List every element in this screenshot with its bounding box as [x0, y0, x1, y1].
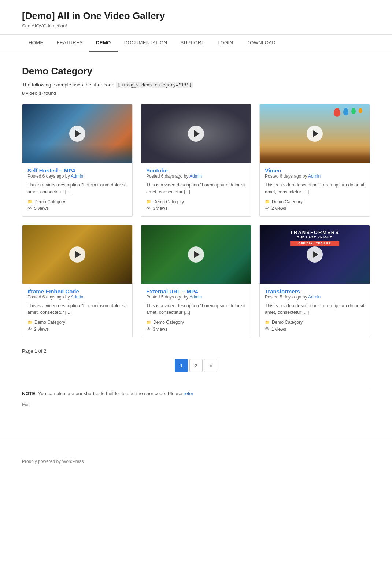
- site-nav: HOMEFEATURESDEMODOCUMENTATIONSUPPORTLOGI…: [0, 35, 392, 52]
- video-thumbnail-2[interactable]: [141, 104, 251, 163]
- nav-item-home[interactable]: HOME: [22, 35, 50, 51]
- video-desc-6: This is a video description."Lorem ipsum…: [265, 303, 365, 316]
- edit-link[interactable]: Edit: [22, 402, 370, 407]
- category-link-2[interactable]: Demo Category: [153, 199, 184, 204]
- video-views-4: 👁2 views: [27, 326, 127, 332]
- video-thumbnail-4[interactable]: [22, 225, 132, 284]
- main-content: Demo Category The following example uses…: [0, 52, 392, 429]
- video-author-6[interactable]: Admin: [308, 294, 321, 300]
- page-title: Demo Category: [22, 66, 370, 77]
- video-meta-3: Posted 6 days ago by Admin: [265, 174, 365, 179]
- play-button-4[interactable]: [69, 246, 85, 263]
- folder-icon: 📁: [265, 199, 270, 204]
- video-info-4: Iframe Embed CodePosted 6 days ago by Ad…: [22, 284, 132, 337]
- play-button-2[interactable]: [188, 126, 204, 142]
- video-info-1: Self Hosted – MP4Posted 6 days ago by Ad…: [22, 163, 132, 216]
- views-count-4: 2 views: [34, 327, 49, 332]
- video-meta-2: Posted 6 days ago by Admin: [146, 174, 246, 179]
- video-card-4: Iframe Embed CodePosted 6 days ago by Ad…: [22, 225, 133, 338]
- views-count-1: 5 views: [34, 206, 49, 211]
- video-views-6: 👁1 views: [265, 326, 365, 332]
- eye-icon: 👁: [146, 206, 151, 211]
- folder-icon: 📁: [146, 320, 151, 325]
- video-category-4: 📁Demo Category: [27, 320, 127, 325]
- nav-item-login[interactable]: LOGIN: [211, 35, 240, 51]
- shortcode-code: [aiovg_videos category="13"]: [116, 82, 193, 88]
- views-count-2: 3 views: [153, 206, 167, 211]
- video-views-2: 👁3 views: [146, 206, 246, 211]
- folder-icon: 📁: [27, 199, 33, 204]
- category-link-3[interactable]: Demo Category: [272, 199, 303, 204]
- site-tagline: See AIOVG in action!: [22, 23, 370, 29]
- category-link-1[interactable]: Demo Category: [34, 199, 65, 204]
- shortcode-desc-prefix: The following example uses the shortcode: [22, 82, 116, 88]
- pagination-page-1: 1: [175, 359, 188, 372]
- nav-item-documentation[interactable]: DOCUMENTATION: [118, 35, 174, 51]
- site-header: [Demo] All in One Video Gallery See AIOV…: [0, 0, 392, 35]
- video-desc-2: This is a video description."Lorem ipsum…: [146, 182, 246, 196]
- video-info-6: TransformersPosted 5 days ago by AdminTh…: [260, 284, 370, 337]
- note-text: You can also use our shortcode builder t…: [38, 391, 184, 396]
- video-card-6: TRANSFORMERSTHE LAST KNIGHTOFFICIAL TRAI…: [259, 225, 370, 338]
- video-meta-4: Posted 6 days ago by Admin: [27, 294, 127, 300]
- video-author-1[interactable]: Admin: [71, 174, 83, 179]
- nav-item-demo[interactable]: DEMO: [89, 35, 118, 52]
- play-button-1[interactable]: [69, 126, 85, 142]
- video-card-2: YoutubePosted 6 days ago by AdminThis is…: [141, 104, 251, 217]
- video-author-5[interactable]: Admin: [189, 294, 202, 300]
- video-views-5: 👁3 views: [146, 326, 246, 332]
- play-button-5[interactable]: [188, 246, 204, 263]
- video-card-5: External URL – MP4Posted 5 days ago by A…: [141, 225, 251, 338]
- video-grid: Self Hosted – MP4Posted 6 days ago by Ad…: [22, 104, 370, 337]
- video-thumbnail-5[interactable]: [141, 225, 251, 284]
- views-count-6: 1 views: [271, 327, 286, 332]
- category-link-6[interactable]: Demo Category: [272, 320, 303, 325]
- play-button-3[interactable]: [307, 126, 323, 142]
- video-title-2[interactable]: Youtube: [146, 167, 168, 174]
- nav-item-support[interactable]: SUPPORT: [174, 35, 211, 51]
- eye-icon: 👁: [265, 326, 270, 332]
- video-thumbnail-1[interactable]: [22, 104, 132, 163]
- video-title-4[interactable]: Iframe Embed Code: [27, 288, 79, 294]
- video-title-5[interactable]: External URL – MP4: [146, 288, 198, 294]
- video-views-1: 👁5 views: [27, 206, 127, 211]
- play-button-6[interactable]: [307, 246, 323, 263]
- video-category-1: 📁Demo Category: [27, 199, 127, 204]
- wordpress-credit-link[interactable]: Proudly powered by WordPress: [22, 459, 84, 464]
- video-title-6[interactable]: Transformers: [265, 288, 300, 294]
- eye-icon: 👁: [146, 326, 151, 332]
- note-label: NOTE:: [22, 391, 38, 396]
- eye-icon: 👁: [27, 326, 32, 332]
- eye-icon: 👁: [265, 206, 270, 211]
- nav-item-download[interactable]: DOWNLOAD: [240, 35, 282, 51]
- pagination-page-2[interactable]: 2: [189, 359, 203, 372]
- video-title-1[interactable]: Self Hosted – MP4: [27, 167, 75, 174]
- nav-item-features[interactable]: FEATURES: [50, 35, 90, 51]
- video-author-3[interactable]: Admin: [308, 174, 321, 179]
- video-card-1: Self Hosted – MP4Posted 6 days ago by Ad…: [22, 104, 133, 217]
- eye-icon: 👁: [27, 206, 32, 211]
- video-desc-3: This is a video description."Lorem ipsum…: [265, 182, 365, 196]
- video-category-5: 📁Demo Category: [146, 320, 246, 325]
- video-category-3: 📁Demo Category: [265, 199, 365, 204]
- video-author-2[interactable]: Admin: [189, 174, 202, 179]
- category-link-4[interactable]: Demo Category: [34, 320, 65, 325]
- pagination-info: Page 1 of 2: [22, 348, 370, 354]
- video-meta-1: Posted 6 days ago by Admin: [27, 174, 127, 179]
- video-title-3[interactable]: Vimeo: [265, 167, 281, 174]
- video-card-3: VimeoPosted 6 days ago by AdminThis is a…: [259, 104, 370, 217]
- pagination-next[interactable]: »: [204, 359, 217, 372]
- video-info-3: VimeoPosted 6 days ago by AdminThis is a…: [260, 163, 370, 216]
- pagination: 12»: [22, 359, 370, 372]
- note-refer-link[interactable]: refer: [184, 391, 193, 396]
- category-link-5[interactable]: Demo Category: [153, 320, 184, 325]
- views-count-5: 3 views: [153, 327, 167, 332]
- video-meta-6: Posted 5 days ago by Admin: [265, 294, 365, 300]
- video-info-2: YoutubePosted 6 days ago by AdminThis is…: [141, 163, 251, 216]
- footer-credit: Proudly powered by WordPress: [22, 459, 370, 464]
- folder-icon: 📁: [146, 199, 151, 204]
- video-author-4[interactable]: Admin: [71, 294, 83, 300]
- video-desc-5: This is a video description."Lorem ipsum…: [146, 303, 246, 316]
- video-thumbnail-3[interactable]: [260, 104, 370, 163]
- video-thumbnail-6[interactable]: TRANSFORMERSTHE LAST KNIGHTOFFICIAL TRAI…: [260, 225, 370, 284]
